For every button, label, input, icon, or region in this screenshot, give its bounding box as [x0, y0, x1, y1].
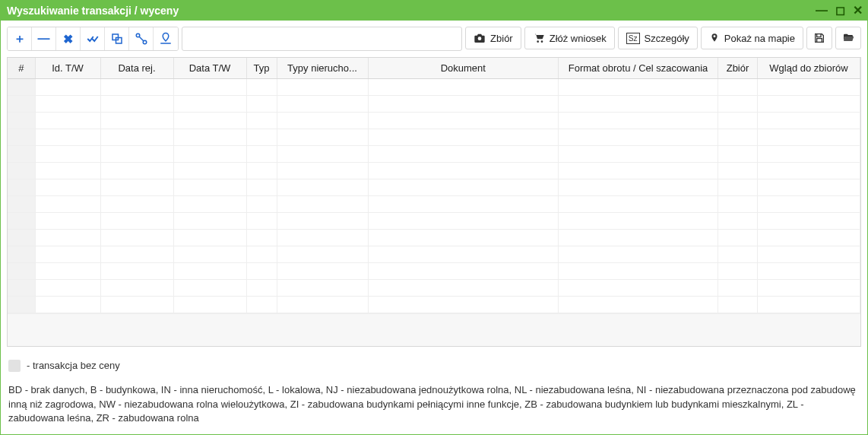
table-row[interactable]: [8, 230, 860, 246]
table-cell: [173, 213, 246, 230]
col-rownum[interactable]: #: [8, 58, 35, 79]
col-id-tw[interactable]: Id. T/W: [35, 58, 100, 79]
table-row[interactable]: [8, 163, 860, 179]
table-row[interactable]: [8, 113, 860, 129]
details-icon: Sz: [626, 33, 640, 44]
table-cell: [100, 129, 173, 146]
table-cell: [246, 230, 277, 246]
table-cell: [277, 96, 368, 113]
table-cell: [35, 263, 100, 280]
open-button[interactable]: [835, 27, 861, 49]
table-cell: [246, 196, 277, 213]
table-cell: [100, 163, 173, 179]
table-row[interactable]: [8, 179, 860, 196]
close-icon[interactable]: ✕: [853, 5, 863, 17]
table-row[interactable]: [8, 246, 860, 263]
col-dokument[interactable]: Dokument: [368, 58, 559, 79]
table-cell: [368, 230, 559, 246]
zloz-wniosek-button[interactable]: Złóż wniosek: [524, 27, 615, 49]
col-zbior[interactable]: Zbiór: [718, 58, 758, 79]
table-cell: [758, 196, 860, 213]
table-cell: [35, 280, 100, 297]
app-window: Wyszukiwanie transakcji / wyceny — ◻ ✕ ＋…: [0, 0, 868, 435]
table-cell: [173, 146, 246, 163]
table-cell: [8, 230, 35, 246]
save-button[interactable]: [806, 27, 832, 49]
map-select-button[interactable]: [154, 27, 178, 50]
table-cell: [246, 113, 277, 129]
col-typ[interactable]: Typ: [246, 58, 277, 79]
table-cell: [718, 96, 758, 113]
table-cell: [100, 96, 173, 113]
col-wglad[interactable]: Wgląd do zbiorów: [758, 58, 860, 79]
clear-button[interactable]: ✖: [56, 27, 81, 50]
table-cell: [559, 263, 718, 280]
table-row[interactable]: [8, 196, 860, 213]
table-row[interactable]: [8, 280, 860, 297]
table-cell: [173, 263, 246, 280]
titlebar: Wyszukiwanie transakcji / wyceny — ◻ ✕: [1, 1, 867, 21]
table-cell: [758, 246, 860, 263]
table-cell: [368, 79, 559, 96]
table-cell: [559, 146, 718, 163]
table-cell: [100, 246, 173, 263]
table-cell: [277, 196, 368, 213]
col-data-tw[interactable]: Data T/W: [173, 58, 246, 79]
pin-icon: [709, 32, 720, 44]
checkmarks-icon: [86, 32, 100, 46]
table-cell: [758, 263, 860, 280]
table-cell: [718, 146, 758, 163]
table-cell: [277, 146, 368, 163]
table-cell: [35, 96, 100, 113]
table-cell: [35, 297, 100, 313]
maximize-icon[interactable]: ◻: [835, 5, 845, 17]
camera-icon: [474, 32, 486, 44]
table-cell: [559, 230, 718, 246]
zbior-button[interactable]: Zbiór: [465, 27, 521, 49]
table-row[interactable]: [8, 297, 860, 313]
table-row[interactable]: [8, 79, 860, 96]
copy-button[interactable]: [105, 27, 129, 50]
pokaz-na-mapie-button[interactable]: Pokaż na mapie: [701, 27, 803, 49]
table-cell: [718, 297, 758, 313]
results-table[interactable]: # Id. T/W Data rej. Data T/W Typ Typy ni…: [8, 58, 860, 313]
table-cell: [758, 230, 860, 246]
legend-swatch-icon: [8, 360, 21, 372]
table-cell: [559, 79, 718, 96]
search-input[interactable]: [182, 27, 462, 51]
legend-no-price-text: - transakcja bez ceny: [27, 359, 120, 373]
table-row[interactable]: [8, 213, 860, 230]
table-row[interactable]: [8, 263, 860, 280]
minimize-icon[interactable]: —: [816, 5, 828, 17]
szczegoly-button[interactable]: Sz Szczegóły: [618, 27, 698, 49]
table-cell: [35, 163, 100, 179]
table-cell: [758, 213, 860, 230]
table-cell: [100, 196, 173, 213]
table-row[interactable]: [8, 146, 860, 163]
table-cell: [277, 79, 368, 96]
table-cell: [100, 230, 173, 246]
table-cell: [368, 297, 559, 313]
table-cell: [173, 113, 246, 129]
table-cell: [173, 179, 246, 196]
table-cell: [718, 179, 758, 196]
add-button[interactable]: ＋: [8, 27, 32, 50]
table-cell: [173, 129, 246, 146]
table-row[interactable]: [8, 96, 860, 113]
table-cell: [559, 280, 718, 297]
remove-button[interactable]: —: [32, 27, 56, 50]
table-cell: [758, 129, 860, 146]
table-cell: [277, 297, 368, 313]
table-row[interactable]: [8, 129, 860, 146]
table-cell: [718, 163, 758, 179]
table-cell: [559, 163, 718, 179]
link-button[interactable]: [129, 27, 154, 50]
table-cell: [246, 280, 277, 297]
grid-empty-area: [8, 313, 860, 346]
checkall-button[interactable]: [81, 27, 105, 50]
col-data-rej[interactable]: Data rej.: [100, 58, 173, 79]
table-cell: [368, 146, 559, 163]
col-typy-nieruchomosci[interactable]: Typy nierucho...: [277, 58, 368, 79]
col-format-cel[interactable]: Format obrotu / Cel szacowania: [559, 58, 718, 79]
table-cell: [559, 213, 718, 230]
